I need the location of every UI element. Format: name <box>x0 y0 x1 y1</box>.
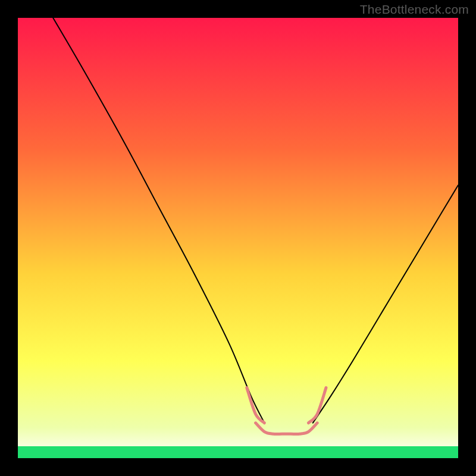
chart-background <box>18 18 458 458</box>
chart-svg <box>18 18 458 458</box>
chart-container <box>18 18 458 458</box>
watermark-text: TheBottleneck.com <box>360 2 469 17</box>
chart-bottom-band <box>18 446 458 458</box>
